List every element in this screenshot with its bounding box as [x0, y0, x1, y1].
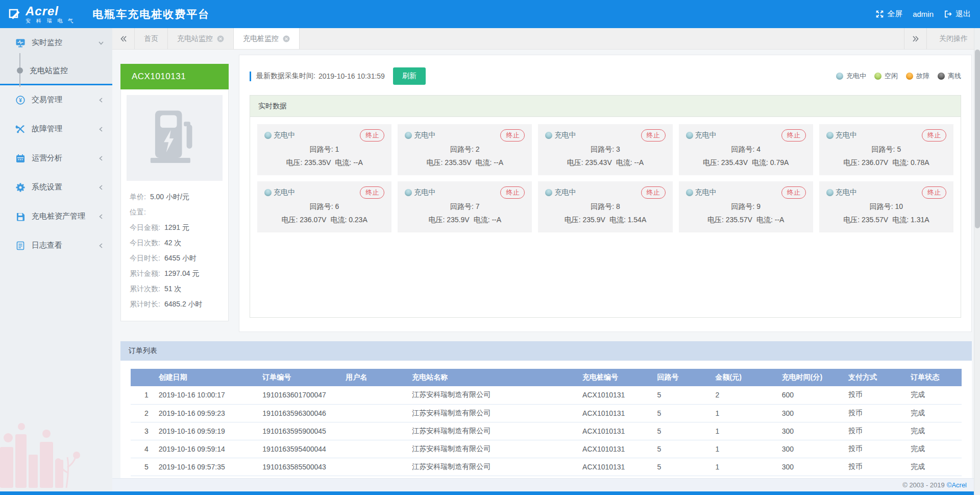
orders-table-header: 创建日期订单编号用户名充电站名称充电桩编号回路号金额(元)充电时间(分)支付方式…: [131, 369, 962, 386]
circuit-card: 充电中 终止 回路号: 9 电压: 235.57V电流: --A: [679, 181, 813, 232]
table-cell: 江苏安科瑞制造有限公司: [409, 440, 579, 458]
tab-close-icon[interactable]: [217, 35, 224, 42]
station-stat-row: 今日次数: 42 次: [130, 235, 219, 250]
circuit-card: 充电中 终止 回路号: 10 电压: 235.57V电流: 1.31A: [819, 181, 953, 232]
terminate-button[interactable]: 终止: [641, 186, 666, 199]
fullscreen-button[interactable]: 全屏: [875, 9, 902, 19]
terminate-button[interactable]: 终止: [500, 186, 525, 199]
app-root: Acrel 安 科 瑞 电 气 电瓶车充电桩收费平台 全屏 admin: [0, 0, 980, 495]
circuit-status-label: 充电中: [836, 131, 857, 140]
sidebar-item[interactable]: 日志查看: [0, 231, 112, 260]
scrollbar-thumb[interactable]: [975, 50, 980, 228]
table-cell: 300: [779, 458, 845, 476]
stat-value: 42 次: [164, 235, 181, 250]
analysis-icon: [15, 153, 26, 163]
sidebar-item[interactable]: 运营分析: [0, 144, 112, 173]
chevron-icon: [98, 184, 104, 191]
circuit-status-label: 充电中: [836, 188, 857, 197]
terminate-button[interactable]: 终止: [922, 186, 946, 199]
footer-brand-link[interactable]: ©Acrel: [947, 481, 967, 489]
page-title: 电瓶车充电桩收费平台: [92, 7, 210, 21]
circuit-number: 回路号: 2: [405, 145, 525, 154]
orders-column-header: [131, 369, 156, 386]
table-row: 22019-10-16 09:59:231910163596300046江苏安科…: [131, 404, 962, 422]
orders-column-header: 支付方式: [845, 369, 908, 386]
table-cell: 2019-10-16 09:59:19: [156, 422, 260, 440]
circuit-card: 充电中 终止 回路号: 6 电压: 236.07V电流: 0.23A: [257, 181, 391, 232]
sidebar-item[interactable]: 故障管理: [0, 114, 112, 144]
tab-close-icon[interactable]: [283, 35, 290, 42]
charging-status-dot-icon: [545, 189, 552, 196]
table-cell: 5: [654, 422, 713, 440]
page-footer: © 2003 - 2019 ©Acrel: [112, 478, 980, 491]
station-id-header: ACX1010131: [120, 64, 229, 89]
orders-column-header: 充电时间(分): [779, 369, 845, 386]
charging-status-dot-icon: [686, 189, 693, 196]
orders-column-header: 订单编号: [259, 369, 342, 386]
terminate-button[interactable]: 终止: [641, 129, 666, 142]
sidebar-subitem[interactable]: 充电站监控: [0, 57, 112, 84]
sidebar-item[interactable]: 实时监控: [0, 28, 112, 57]
timeline-dot-icon: [17, 67, 23, 74]
circuit-voltage-current: 电压: 235.57V电流: 1.31A: [826, 216, 946, 225]
status-dot-icon: [874, 73, 881, 80]
terminate-button[interactable]: 终止: [360, 129, 384, 142]
tab[interactable]: 充电站监控: [168, 28, 234, 49]
tabs-scroll-right-button[interactable]: [904, 28, 926, 49]
table-cell: 江苏安科瑞制造有限公司: [409, 386, 579, 404]
tab-label: 首页: [144, 34, 158, 43]
close-operations-button[interactable]: 关闭操作: [926, 28, 980, 49]
table-cell: 1910163595900045: [259, 422, 342, 440]
charging-pile-icon: [142, 108, 207, 168]
circuit-card: 充电中 终止 回路号: 5 电压: 236.07V电流: 0.78A: [819, 124, 953, 175]
sidebar-skyline-decoration: [0, 411, 112, 488]
terminate-button[interactable]: 终止: [360, 186, 384, 199]
circuit-number: 回路号: 1: [264, 145, 384, 154]
sidebar-item[interactable]: 充电桩资产管理: [0, 202, 112, 231]
stat-label: 累计金额:: [130, 266, 160, 281]
tab[interactable]: 首页: [135, 28, 168, 49]
station-icon-box: [127, 95, 223, 181]
tab[interactable]: 充电桩监控: [234, 28, 300, 49]
tabs-scroll-left-button[interactable]: [112, 28, 135, 49]
acrel-logo-icon: [8, 8, 21, 21]
terminate-button[interactable]: 终止: [781, 186, 806, 199]
stat-label: 单价:: [130, 189, 146, 204]
acrel-logo: Acrel 安 科 瑞 电 气: [8, 5, 75, 23]
status-legend: 充电中 空闲 故障 离线: [836, 72, 961, 81]
fullscreen-label: 全屏: [887, 9, 902, 19]
logout-button[interactable]: 退出: [944, 9, 971, 19]
orders-column-header: 订单状态: [908, 369, 962, 386]
terminate-button[interactable]: 终止: [781, 129, 806, 142]
settings-icon: [15, 182, 26, 193]
double-chevron-right-icon: [912, 35, 919, 42]
content-area: ACX1010131: [112, 50, 980, 478]
circuit-card: 充电中 终止 回路号: 1 电压: 235.35V电流: --A: [257, 124, 391, 175]
stat-label: 累计次数:: [130, 281, 160, 296]
sidebar-item-label: 故障管理: [32, 124, 98, 134]
stat-label: 位置:: [130, 204, 146, 220]
sidebar-item[interactable]: ¥ 交易管理: [0, 85, 112, 114]
refresh-button[interactable]: 刷新: [393, 67, 426, 85]
legend-item: 充电中: [836, 72, 866, 81]
page-scrollbar: [974, 28, 980, 495]
terminate-button[interactable]: 终止: [922, 129, 946, 142]
charging-status-dot-icon: [826, 189, 834, 196]
table-cell: 2019-10-16 10:00:17: [156, 386, 260, 404]
terminate-button[interactable]: 终止: [500, 129, 525, 142]
user-menu[interactable]: admin: [913, 10, 934, 18]
legend-label: 充电中: [846, 72, 866, 81]
circuit-voltage-current: 电压: 235.43V电流: --A: [545, 158, 665, 168]
circuit-status-label: 充电中: [274, 188, 295, 197]
sidebar-item[interactable]: 系统设置: [0, 173, 112, 202]
sidebar-item-label: 实时监控: [32, 38, 98, 48]
table-row: 12019-10-16 10:00:171910163601700047江苏安科…: [131, 386, 962, 404]
table-cell: 2: [131, 404, 156, 422]
orders-column-header: 回路号: [654, 369, 713, 386]
table-cell: 5: [654, 386, 713, 404]
table-row: 32019-10-16 09:59:191910163595900045江苏安科…: [131, 422, 962, 440]
circuit-voltage-current: 电压: 235.9V电流: 1.54A: [545, 216, 665, 225]
sidebar-item-label: 充电桩资产管理: [32, 211, 98, 221]
legend-label: 离线: [948, 72, 961, 81]
sidebar-menu: 实时监控 充电站监控 ¥ 交易管理 故障管理 运营分析: [0, 28, 112, 260]
